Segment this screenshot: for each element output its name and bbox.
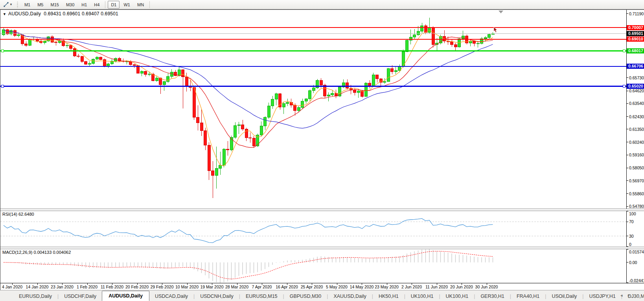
price-tick-mark xyxy=(627,129,628,129)
rsi-line xyxy=(4,218,493,243)
chart-tabs: EURUSD,Daily|USDCHF,DailyAUDUSD,DailyUSD… xyxy=(13,292,644,301)
timeframe-buttons: M1M5M15M30H1H4D1W1MN xyxy=(21,1,152,9)
date-tick-label: 5 May 2020 xyxy=(323,284,351,289)
chart-tab-xauusd-daily[interactable]: XAUUSD,Daily xyxy=(328,292,372,301)
diagonal-line-tool-icon xyxy=(3,2,9,7)
date-tick-label: 1 Feb 2020 xyxy=(74,284,101,289)
macd-panel[interactable]: MACD(12,26,9) 0.004133 0.004062 xyxy=(0,249,626,283)
chevron-down-icon: ▼ xyxy=(9,3,13,6)
chart-symbol-label: AUDUSD,Daily xyxy=(8,11,41,17)
overlay-sma-30 xyxy=(4,29,493,128)
time-axis[interactable]: 4 Jan 202014 Jan 202023 Jan 20201 Feb 20… xyxy=(0,283,644,290)
price-tick-mark xyxy=(627,206,628,207)
date-tick-label: 10 Mar 2020 xyxy=(173,284,201,289)
tab-scroll-right-icon[interactable]: ► xyxy=(627,294,635,297)
timeframe-button-w1[interactable]: W1 xyxy=(120,1,133,9)
macd-tick-label: -0.024412 xyxy=(629,278,644,283)
macd-tick-mark xyxy=(627,249,628,250)
date-tick-label: 29 Feb 2020 xyxy=(148,284,176,289)
toolbar-grip[interactable] xyxy=(17,2,18,8)
rsi-tick-mark xyxy=(627,222,628,222)
chart-tab-usoil-daily[interactable]: USOil,Daily xyxy=(546,292,582,301)
price-axis[interactable]: 0.711900.657300.646200.635400.624300.613… xyxy=(626,10,644,209)
date-tick-label: 28 Mar 2020 xyxy=(223,284,251,289)
candlestick-chart xyxy=(0,10,626,209)
chart-tab-audusd-daily[interactable]: AUDUSD,Daily xyxy=(102,291,149,301)
macd-histogram xyxy=(4,249,493,283)
macd-tick-label: 0.00 xyxy=(629,260,637,265)
date-tick-label: 11 Jun 2020 xyxy=(423,284,451,289)
price-tick-label: 0.62430 xyxy=(629,114,644,119)
chart-shift-marker[interactable] xyxy=(499,11,503,13)
rsi-panel[interactable]: RSI(14) 62.6480 xyxy=(0,211,626,247)
rsi-chart xyxy=(0,211,626,247)
date-tick-label: 23 May 2020 xyxy=(373,284,401,289)
date-tick-label: 30 Jun 2020 xyxy=(473,284,500,289)
macd-tick-mark xyxy=(627,262,628,262)
price-tick-label: 0.64620 xyxy=(629,88,644,93)
timeframe-button-m15[interactable]: M15 xyxy=(47,1,62,9)
rsi-tick-label: 30 xyxy=(629,234,634,239)
price-line-label-0.70007: 0.70007 xyxy=(627,25,644,30)
macd-axis[interactable]: 0.0157410.00-0.024412 xyxy=(626,249,644,283)
rsi-tick-label: 0 xyxy=(629,242,631,247)
timeframe-toolbar: ▼ M1M5M15M30H1H4D1W1MN xyxy=(0,0,644,9)
candles xyxy=(2,18,495,198)
line-studies-icon[interactable]: ▼ xyxy=(2,1,14,8)
date-tick-label: 20 Feb 2020 xyxy=(123,284,151,289)
timeframe-button-h1[interactable]: H1 xyxy=(78,1,90,9)
macd-tick-mark xyxy=(627,283,628,283)
macd-label: MACD(12,26,9) 0.004133 0.004062 xyxy=(2,250,71,255)
timeframe-button-m1[interactable]: M1 xyxy=(21,1,33,9)
rsi-tick-label: 70 xyxy=(629,219,634,224)
date-tick-label: 14 May 2020 xyxy=(348,284,375,289)
rsi-axis[interactable]: 10070300 xyxy=(626,211,644,247)
date-tick-label: 19 Mar 2020 xyxy=(198,284,226,289)
date-tick-label: 20 Jun 2020 xyxy=(448,284,475,289)
price-tick-label: 0.61350 xyxy=(629,127,644,132)
overlay-sma-13 xyxy=(4,29,493,147)
chart-tab-usdcnh-daily[interactable]: USDCNH,Daily xyxy=(195,292,239,301)
price-tick-mark xyxy=(627,116,628,117)
price-tick-label: 0.54780 xyxy=(629,204,644,209)
chart-tab-hk50-h1[interactable]: HK50,H1 xyxy=(373,292,404,301)
tab-scroll-left-icon[interactable]: ◄ xyxy=(620,294,627,297)
toolbar-separator xyxy=(105,1,105,8)
toolbar-separator xyxy=(149,1,150,8)
price-tick-label: 0.63540 xyxy=(629,101,644,106)
chart-title: ▼AUDUSD,Daily 0.69431 0.69601 0.69407 0.… xyxy=(3,11,118,17)
chart-tab-eurusd-m15[interactable]: EURUSD,M15 xyxy=(240,292,283,301)
chart-tab-usdcad-daily[interactable]: USDCAD,Daily xyxy=(149,292,193,301)
chart-window: ▼AUDUSD,Daily 0.69431 0.69601 0.69407 0.… xyxy=(0,9,644,290)
line-handle xyxy=(1,85,4,87)
price-tick-mark xyxy=(627,91,628,91)
date-tick-label: 2 Jun 2020 xyxy=(398,284,425,289)
symbol-dropdown-icon[interactable]: ▼ xyxy=(3,12,6,16)
price-line-label-0.68017: 0.68017 xyxy=(627,48,644,53)
chart-tab-bar: EURUSD,Daily|USDCHF,DailyAUDUSD,DailyUSD… xyxy=(0,290,644,301)
price-tick-label: 0.60240 xyxy=(629,140,644,145)
date-tick-label: 23 Jan 2020 xyxy=(48,284,76,289)
price-tick-mark xyxy=(627,168,628,168)
chart-tab-uk100-h1[interactable]: UK100,H1 xyxy=(440,292,474,301)
timeframe-button-mn[interactable]: MN xyxy=(134,1,147,9)
timeframe-button-m5[interactable]: M5 xyxy=(34,1,46,9)
chart-tab-eurusd-daily[interactable]: EURUSD,Daily xyxy=(13,292,57,301)
line-handle xyxy=(623,85,625,87)
price-tick-mark xyxy=(627,142,628,142)
chart-tab-usdchf-daily[interactable]: USDCHF,Daily xyxy=(59,292,102,301)
price-tick-label: 0.55860 xyxy=(629,191,644,196)
price-line-label-0.69010: 0.69010 xyxy=(627,37,644,42)
chart-tab-ger30-h1[interactable]: GER30,H1 xyxy=(475,292,510,301)
chart-tab-gbpusd-m30[interactable]: GBPUSD,M30 xyxy=(284,292,327,301)
price-tick-mark xyxy=(627,103,628,104)
timeframe-button-h4[interactable]: H4 xyxy=(91,1,103,9)
chart-tab-usdjpy-h1[interactable]: USDJPY,H1 xyxy=(583,292,621,301)
timeframe-button-m30[interactable]: M30 xyxy=(63,1,77,9)
chart-tab-uk100-h1[interactable]: UK100,H1 xyxy=(405,292,439,301)
macd-chart xyxy=(0,249,626,283)
rsi-tick-label: 100 xyxy=(629,211,636,216)
main-chart-plot[interactable]: ▼AUDUSD,Daily 0.69431 0.69601 0.69407 0.… xyxy=(0,10,626,209)
chart-tab-fra40-h1[interactable]: FRA40,H1 xyxy=(511,292,545,301)
timeframe-button-d1[interactable]: D1 xyxy=(108,1,120,9)
